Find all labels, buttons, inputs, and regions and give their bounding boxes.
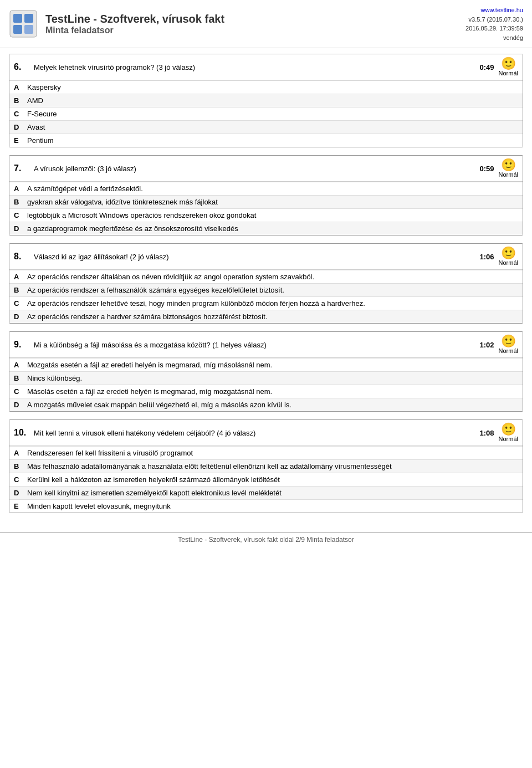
question-difficulty: 🙂Normál [499,335,518,354]
answer-text: Az operációs rendszer a felhasználók szá… [27,286,518,294]
answer-text: Nincs különbség. [27,374,518,382]
question-meta: 0:49🙂Normál [480,58,518,76]
question-text: Mi a különbség a fájl másolása és a mozg… [34,341,473,349]
answer-letter: D [14,401,27,409]
question-number: 9. [14,340,34,350]
footer-text: TestLine - Szoftverek, vírusok fakt olda… [178,536,354,544]
answer-text: A számítógépet védi a fertőzésektől. [27,185,518,193]
question-meta: 1:02🙂Normál [480,335,518,354]
answer-text: Rendszeresen fel kell frissíteni a vírus… [27,449,518,457]
question-number: 7. [14,163,34,173]
user-info: vendég [466,33,523,43]
question-number: 10. [14,428,34,438]
answer-letter: E [14,136,27,145]
question-block: 9.Mi a különbség a fájl másolása és a mo… [9,331,523,412]
question-block: 8.Válaszd ki az igaz állításokat! (2 jó … [9,243,523,324]
answer-letter: C [14,387,27,396]
answer-row: BAz operációs rendszer a felhasználók sz… [9,283,523,296]
answer-row: CAz operációs rendszer lehetővé teszi, h… [9,296,523,310]
answer-letter: A [14,449,27,457]
page-header: TestLine - Szoftverek, vírusok fakt Mint… [0,0,532,48]
page-footer: TestLine - Szoftverek, vírusok fakt olda… [0,532,532,547]
question-time: 1:08 [480,429,494,437]
answer-text: A mozgatás művelet csak mappán belül vég… [27,401,518,409]
answer-letter: D [14,224,27,233]
answer-row: AMozgatás esetén a fájl az eredeti helyé… [9,358,523,371]
answer-text: Pentium [27,136,518,145]
version-info: v3.5.7 (2015.07.30.) [466,15,523,24]
answer-letter: B [14,374,27,382]
answer-letter: C [14,475,27,484]
question-header: 10.Mit kell tenni a vírusok elleni haték… [9,420,523,446]
question-meta: 0:59🙂Normál [480,159,518,178]
answer-letter: B [14,198,27,206]
answer-row: AAz operációs rendszer általában os néve… [9,270,523,283]
difficulty-label: Normál [499,436,518,442]
difficulty-label: Normál [499,70,518,76]
answer-letter: D [14,123,27,131]
answer-row: Da gazdaprogramok megfertőzése és az öns… [9,222,523,235]
answer-row: Clegtöbbjük a Microsoft Windows operáció… [9,208,523,222]
answer-letter: D [14,489,27,497]
main-title: TestLine - Szoftverek, vírusok fakt [45,13,466,25]
difficulty-label: Normál [499,171,518,178]
answer-letter: A [14,185,27,193]
logo-icon [9,9,38,38]
answer-letter: C [14,299,27,308]
answer-letter: A [14,273,27,281]
question-difficulty: 🙂Normál [499,58,518,76]
answer-row: DAz operációs rendszer a hardver számára… [9,310,523,323]
answer-text: Nem kell kinyitni az ismeretlen személye… [27,489,518,497]
main-content: 6.Melyek lehetnek vírusírtó programok? (… [0,48,532,526]
answer-row: DAvast [9,120,523,134]
answer-row: CKerülni kell a hálózoton az ismeretlen … [9,473,523,486]
question-header: 9.Mi a különbség a fájl másolása és a mo… [9,332,523,358]
answer-row: CF-Secure [9,107,523,120]
question-block: 10.Mit kell tenni a vírusok elleni haték… [9,419,523,513]
answer-letter: B [14,96,27,105]
answer-letter: B [14,286,27,294]
header-right-info: www.testline.hu v3.5.7 (2015.07.30.) 201… [466,6,523,42]
answer-row: BMás felhasználó adatállományának a hasz… [9,459,523,473]
difficulty-label: Normál [499,347,518,354]
answer-row: AA számítógépet védi a fertőzésektől. [9,182,523,195]
question-difficulty: 🙂Normál [499,159,518,178]
answer-text: Mozgatás esetén a fájl az eredeti helyén… [27,361,518,369]
question-header: 7.A vírusok jellemzői: (3 jó válasz)0:59… [9,156,523,182]
answer-letter: C [14,110,27,118]
svg-rect-4 [24,25,33,34]
answer-row: BNincs különbség. [9,371,523,385]
question-number: 6. [14,62,34,72]
date-info: 2016.05.29. 17:39:59 [466,24,523,33]
question-difficulty: 🙂Normál [499,423,518,442]
question-number: 8. [14,252,34,262]
question-time: 0:59 [480,165,494,173]
answer-text: Minden kapott levelet elovasunk, megnyit… [27,502,518,510]
answer-letter: B [14,462,27,470]
answer-row: AKaspersky [9,80,523,94]
answer-row: EPentium [9,134,523,147]
answer-letter: A [14,361,27,369]
answer-text: F-Secure [27,110,518,118]
answer-row: CMásolás esetén a fájl az eredeti helyén… [9,385,523,398]
svg-rect-3 [13,25,22,34]
answer-text: gyakran akár válogatva, időzítve tönkret… [27,198,518,206]
smiley-icon: 🙂 [499,423,518,436]
answer-text: Más felhasználó adatállományának a haszn… [27,462,518,470]
website-link[interactable]: www.testline.hu [481,7,523,13]
answer-text: AMD [27,96,518,105]
svg-rect-1 [13,14,22,23]
question-time: 1:06 [480,253,494,261]
answer-text: legtöbbjük a Microsoft Windows operációs… [27,211,518,219]
answer-row: EMinden kapott levelet elovasunk, megnyi… [9,499,523,513]
difficulty-label: Normál [499,259,518,266]
answer-text: a gazdaprogramok megfertőzése és az önso… [27,224,518,233]
answer-letter: D [14,313,27,321]
answer-row: BAMD [9,94,523,107]
answer-text: Másolás esetén a fájl az eredeti helyén … [27,387,518,396]
answer-row: ARendszeresen fel kell frissíteni a víru… [9,446,523,459]
header-titles: TestLine - Szoftverek, vírusok fakt Mint… [45,13,466,35]
question-text: Mit kell tenni a vírusok elleni hatékony… [34,429,473,437]
answer-letter: A [14,83,27,91]
smiley-icon: 🙂 [499,247,518,259]
